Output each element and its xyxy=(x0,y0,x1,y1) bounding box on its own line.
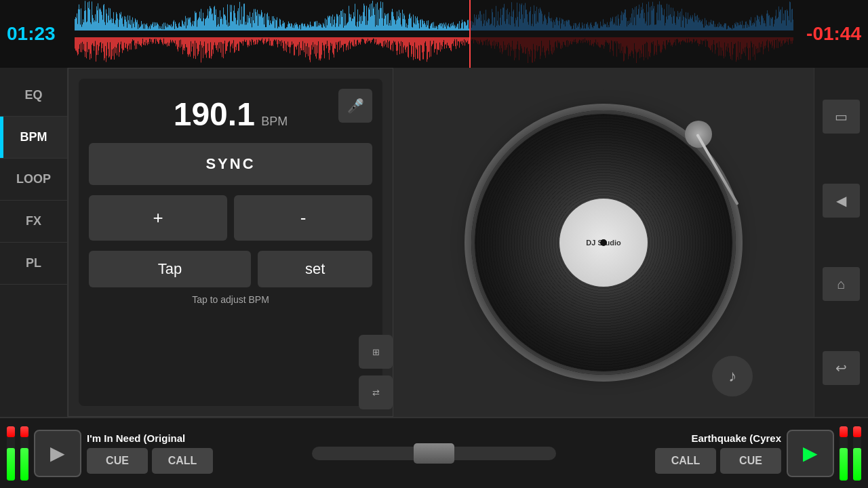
left-cue-button[interactable]: CUE xyxy=(87,448,148,474)
right-arrow-button[interactable]: ◀ xyxy=(823,184,860,218)
left-vu-red-2 xyxy=(20,426,28,437)
left-track-info: I'm In Need (Original CUE CALL xyxy=(87,432,213,474)
right-vu-green-2 xyxy=(853,448,861,481)
left-vu-red-1 xyxy=(7,426,15,437)
right-house-button[interactable]: ⌂ xyxy=(823,267,860,301)
right-cue-call: CALL CUE xyxy=(655,448,781,474)
right-rect-button[interactable]: ▭ xyxy=(823,100,860,134)
mic-button[interactable]: 🎤 xyxy=(338,89,372,123)
left-vu-meter-2 xyxy=(20,426,28,481)
right-sidebar: ▭ ◀ ⌂ ↩ xyxy=(814,68,868,417)
tonearm xyxy=(631,121,712,202)
sidebar-item-bpm[interactable]: BPM xyxy=(0,117,67,159)
left-vu-meter-1 xyxy=(7,426,15,481)
play-button-right[interactable]: ▶ xyxy=(787,430,834,477)
bpm-value: 190.1 xyxy=(174,96,255,132)
play-right-icon: ▶ xyxy=(803,442,818,464)
bpm-controls: + - xyxy=(89,195,372,241)
right-cue-button[interactable]: CUE xyxy=(720,448,781,474)
turntable-center-hole xyxy=(600,239,607,246)
house-icon: ⌂ xyxy=(837,277,845,292)
arrow-left-side-icon: ◀ xyxy=(836,192,846,209)
sidebar-item-pl[interactable]: PL xyxy=(0,243,67,285)
right-call-button[interactable]: CALL xyxy=(655,448,716,474)
time-right: -01:44 xyxy=(806,23,861,45)
waveform-area: 01:23 -01:44 xyxy=(0,0,868,68)
right-vu-green-1 xyxy=(840,448,848,481)
sidebar-item-fx[interactable]: FX xyxy=(0,201,67,243)
grid-button[interactable]: ⊞ xyxy=(359,335,393,369)
play-button-left[interactable]: ▶ xyxy=(34,430,81,477)
crossfader-area xyxy=(220,447,648,460)
right-track-name: Earthquake (Cyrex xyxy=(691,432,781,444)
music-note-button[interactable]: ♪ xyxy=(712,356,753,396)
right-track-info: Earthquake (Cyrex CALL CUE xyxy=(655,432,781,474)
bpm-unit: BPM xyxy=(261,115,288,128)
right-deck: Earthquake (Cyrex CALL CUE ▶ xyxy=(648,426,868,481)
turntable-label: DJ Studio xyxy=(559,199,648,287)
shuffle-icon: ⇄ xyxy=(372,388,380,398)
left-track-name: I'm In Need (Original xyxy=(87,432,213,444)
sidebar-item-loop[interactable]: LOOP xyxy=(0,159,67,201)
right-vu-red-1 xyxy=(840,426,848,437)
set-button[interactable]: set xyxy=(258,251,372,287)
turntable[interactable]: DJ Studio xyxy=(475,114,732,371)
bpm-panel: 🎤 190.1 BPM SYNC + - xyxy=(68,68,393,417)
turntable-area: DJ Studio ♪ xyxy=(393,68,814,417)
bpm-panel-inner: 🎤 190.1 BPM SYNC + - xyxy=(79,79,382,406)
bottom-bar: ▶ I'm In Need (Original CUE CALL Earthqu… xyxy=(0,417,868,488)
bpm-display: 190.1 BPM xyxy=(89,96,372,133)
mic-icon: 🎤 xyxy=(347,98,364,114)
tap-button[interactable]: Tap xyxy=(89,251,251,287)
left-sidebar: EQ BPM LOOP FX PL xyxy=(0,68,68,417)
rect-icon: ▭ xyxy=(835,108,848,125)
play-left-icon: ▶ xyxy=(50,442,65,464)
right-vu-red-2 xyxy=(853,426,861,437)
right-back-button[interactable]: ↩ xyxy=(823,351,860,385)
back-icon: ↩ xyxy=(835,360,847,376)
waveform-canvas xyxy=(75,0,793,68)
left-cue-call: CUE CALL xyxy=(87,448,213,474)
right-vu-meter-2 xyxy=(853,426,861,481)
sync-button[interactable]: SYNC xyxy=(89,143,372,185)
crossfader-thumb[interactable] xyxy=(414,443,454,464)
tap-hint: Tap to adjust BPM xyxy=(89,294,372,305)
left-call-button[interactable]: CALL xyxy=(152,448,213,474)
tap-set-row: Tap set xyxy=(89,251,372,287)
sidebar-item-eq[interactable]: EQ xyxy=(0,75,67,117)
music-note-icon: ♪ xyxy=(728,367,736,386)
left-vu-green-2 xyxy=(20,448,28,481)
left-vu-green-1 xyxy=(7,448,15,481)
right-vu-meter-1 xyxy=(840,426,848,481)
grid-icon: ⊞ xyxy=(372,347,380,357)
main-area: EQ BPM LOOP FX PL 🎤 xyxy=(0,68,868,417)
bpm-minus-button[interactable]: - xyxy=(234,195,372,241)
shuffle-button[interactable]: ⇄ xyxy=(359,375,393,409)
bpm-plus-button[interactable]: + xyxy=(89,195,227,241)
left-deck: ▶ I'm In Need (Original CUE CALL xyxy=(0,426,220,481)
time-left: 01:23 xyxy=(7,23,56,45)
crossfader-track[interactable] xyxy=(312,447,556,460)
